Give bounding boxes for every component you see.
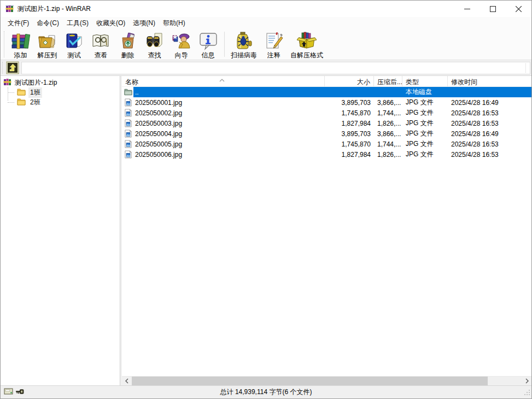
menu-bar: 文件(F) 命令(C) 工具(S) 收藏夹(O) 选项(N) 帮助(H)	[1, 17, 531, 29]
file-row[interactable]: 2025050003.jpg 1,827,984 1,826,... JPG 文…	[122, 118, 531, 128]
view-button[interactable]: 查看	[87, 30, 114, 61]
file-row[interactable]: 2025050005.jpg 1,745,870 1,744,... JPG 文…	[122, 139, 531, 149]
test-archive-icon	[64, 31, 84, 51]
test-button[interactable]: 测试	[61, 30, 87, 61]
file-row[interactable]: 2025050001.jpg 3,895,703 3,866,... JPG 文…	[122, 97, 531, 108]
file-row[interactable]: 2025050004.jpg 3,895,703 3,866,... JPG 文…	[122, 128, 531, 139]
file-modified: 2025/4/28 16:53	[448, 151, 531, 159]
address-bar	[1, 60, 531, 76]
parent-dir-row[interactable]: .. 本地磁盘	[122, 87, 531, 97]
find-icon	[144, 31, 165, 51]
file-packed-size: 1,826,...	[374, 120, 402, 127]
file-packed-size: 3,866,...	[374, 130, 402, 138]
file-rows: .. 本地磁盘	[122, 87, 531, 376]
comment-label: 注释	[267, 51, 280, 60]
info-button[interactable]: 信息	[195, 30, 221, 61]
wizard-icon	[171, 31, 191, 51]
wizard-label: 向导	[175, 51, 188, 60]
add-button[interactable]: 添加	[7, 30, 34, 61]
toolbar: 添加 解压到	[1, 29, 531, 60]
status-bar: 总计 14,939,114 字节(6 个文件)	[1, 385, 531, 398]
file-name: 2025050005.jpg	[135, 140, 182, 148]
test-label: 测试	[68, 51, 81, 60]
file-size: 3,895,703	[325, 99, 374, 107]
file-name: 2025050004.jpg	[135, 130, 182, 138]
tree-item-label: 2班	[28, 97, 42, 108]
menu-tools[interactable]: 工具(S)	[63, 17, 92, 30]
info-icon	[198, 31, 218, 51]
address-dropdown-grip[interactable]	[525, 63, 529, 73]
wizard-button[interactable]: 向导	[168, 30, 195, 61]
resize-grip-icon[interactable]	[524, 389, 530, 397]
file-packed-size: 1,744,...	[374, 140, 402, 148]
add-archive-icon	[10, 31, 31, 51]
scroll-left-icon[interactable]	[122, 377, 131, 386]
tree-line	[8, 92, 14, 93]
menu-help[interactable]: 帮助(H)	[159, 17, 189, 30]
comment-button[interactable]: 注释	[260, 30, 287, 61]
virus-scan-button[interactable]: 扫描病毒	[227, 30, 260, 61]
folder-icon	[17, 98, 26, 107]
column-header-packed[interactable]: 压缩后...	[374, 76, 402, 86]
column-header-type[interactable]: 类型	[402, 76, 448, 86]
tree-root-archive[interactable]: 测试图片-1.zip	[1, 78, 120, 87]
horizontal-scrollbar[interactable]	[122, 376, 531, 385]
parent-dir-type: 本地磁盘	[402, 87, 448, 97]
add-label: 添加	[14, 51, 27, 60]
file-type: JPG 文件	[402, 119, 448, 128]
tree-item-label: 1班	[28, 87, 42, 98]
close-button[interactable]	[506, 1, 531, 17]
menu-file[interactable]: 文件(F)	[4, 17, 33, 30]
delete-icon	[118, 31, 138, 51]
winrar-logo-icon	[5, 4, 14, 13]
menu-options[interactable]: 选项(N)	[129, 17, 159, 30]
address-combobox[interactable]	[21, 62, 530, 74]
file-modified: 2025/4/28 16:53	[448, 109, 531, 117]
tree-root-label: 测试图片-1.zip	[15, 78, 57, 87]
maximize-button[interactable]	[480, 1, 506, 17]
sfx-label: 自解压格式	[290, 51, 323, 60]
column-header-size[interactable]: 大小	[325, 76, 374, 86]
file-packed-size: 1,744,...	[374, 109, 402, 117]
menu-commands[interactable]: 命令(C)	[33, 17, 63, 30]
jpg-file-icon	[124, 109, 132, 117]
parent-dir-label: ..	[135, 89, 139, 96]
minimize-button[interactable]	[454, 1, 480, 17]
file-size: 1,827,984	[325, 120, 374, 127]
virus-scan-icon	[234, 31, 254, 51]
toolbar-grip	[4, 31, 6, 57]
up-one-level-button[interactable]	[6, 62, 19, 74]
virus-scan-label: 扫描病毒	[231, 51, 257, 60]
file-modified: 2025/4/28 16:49	[448, 130, 531, 138]
menu-favorites[interactable]: 收藏夹(O)	[92, 17, 129, 30]
column-header-modified[interactable]: 修改时间	[448, 76, 531, 86]
jpg-file-icon	[124, 150, 132, 159]
file-type: JPG 文件	[402, 108, 448, 118]
main-area: 测试图片-1.zip 1班	[1, 76, 531, 385]
file-modified: 2025/4/28 16:49	[448, 99, 531, 107]
delete-button[interactable]: 删除	[114, 30, 141, 61]
file-row[interactable]: 2025050002.jpg 1,745,870 1,744,... JPG 文…	[122, 108, 531, 118]
file-size: 1,745,870	[325, 109, 374, 117]
sfx-button[interactable]: 自解压格式	[287, 30, 326, 61]
scrollbar-track[interactable]	[131, 377, 522, 386]
file-name: 2025050002.jpg	[135, 109, 182, 117]
jpg-file-icon	[124, 119, 132, 127]
find-button[interactable]: 查找	[141, 30, 168, 61]
find-label: 查找	[148, 51, 161, 60]
sort-ascending-icon	[219, 76, 225, 79]
extract-to-button[interactable]: 解压到	[34, 30, 61, 61]
file-type: JPG 文件	[402, 150, 448, 159]
delete-label: 删除	[121, 51, 135, 60]
scrollbar-thumb[interactable]	[132, 377, 488, 386]
jpg-file-icon	[124, 98, 132, 107]
file-size: 1,827,984	[325, 151, 374, 159]
tree-item-folder-2[interactable]: 2班	[1, 97, 120, 107]
file-row[interactable]: 2025050006.jpg 1,827,984 1,826,... JPG 文…	[122, 149, 531, 160]
extract-to-icon	[37, 31, 57, 51]
tree-item-folder-1[interactable]: 1班	[1, 87, 120, 97]
total-size-text: 总计 14,939,114 字节(6 个文件)	[1, 388, 531, 397]
scroll-right-icon[interactable]	[522, 377, 531, 386]
info-label: 信息	[202, 51, 215, 60]
view-label: 查看	[95, 51, 108, 60]
